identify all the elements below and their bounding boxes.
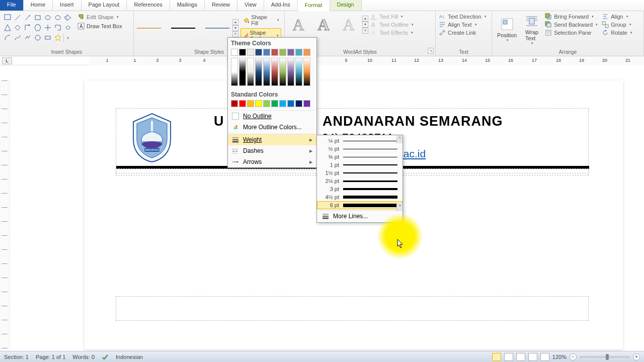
align-text-button[interactable]: Align Text▾ — [439, 21, 489, 28]
wa-scroll-down[interactable]: ▾ — [362, 22, 368, 28]
bring-forward-button[interactable]: Bring Forward▾ — [545, 13, 598, 20]
tab-view[interactable]: View — [237, 0, 264, 11]
text-direction-button[interactable]: A↕ Text Direction▾ — [439, 13, 489, 20]
dashes-item[interactable]: Dashes ▶ — [228, 145, 316, 156]
color-swatch[interactable] — [231, 100, 238, 107]
zoom-slider[interactable] — [580, 356, 630, 358]
wa-expand[interactable]: ≡ — [362, 28, 368, 34]
color-swatch[interactable] — [247, 100, 254, 107]
color-tint-column[interactable] — [231, 58, 238, 86]
weight-item[interactable]: Weight ▶ — [228, 134, 316, 145]
theme-color-row[interactable] — [228, 49, 316, 58]
color-swatch[interactable] — [279, 49, 286, 56]
spellcheck-icon[interactable] — [102, 353, 109, 360]
arrows-item[interactable]: Arrows ▶ — [228, 156, 316, 167]
tab-design[interactable]: Design — [330, 0, 362, 11]
status-page[interactable]: Page: 1 of 1 — [36, 354, 65, 360]
weight-option[interactable]: 3 pt — [317, 185, 403, 193]
horizontal-ruler[interactable]: 11234789101112131415161718192021 — [90, 56, 644, 65]
color-swatch[interactable] — [239, 49, 246, 56]
tab-mailings[interactable]: Mailings — [170, 0, 205, 11]
wordart-launcher[interactable]: ↘ — [428, 48, 434, 54]
tab-page-layout[interactable]: Page Layout — [82, 0, 127, 11]
no-outline-item[interactable]: No Outline — [228, 110, 316, 122]
shape-styles-gallery[interactable] — [137, 28, 229, 29]
color-swatch[interactable] — [287, 49, 294, 56]
selection-pane-button[interactable]: Selection Pane — [545, 29, 598, 36]
tab-selector[interactable]: L — [2, 57, 12, 64]
edit-shape-button[interactable]: Edit Shape ▾ — [75, 13, 124, 21]
tab-addins[interactable]: Add-Ins — [264, 0, 298, 11]
weight-option[interactable]: 2¼ pt — [317, 177, 403, 185]
color-swatch[interactable] — [295, 49, 302, 56]
color-swatch[interactable] — [303, 100, 310, 107]
standard-color-row[interactable] — [228, 100, 316, 109]
wa-scroll-up[interactable]: ▴ — [362, 16, 368, 22]
weight-option[interactable]: 1 pt — [317, 161, 403, 169]
color-swatch[interactable] — [255, 100, 262, 107]
shape-fill-button[interactable]: Shape Fill ▾ — [240, 13, 281, 27]
weight-option[interactable]: 1½ pt — [317, 169, 403, 177]
view-print-layout[interactable] — [492, 353, 501, 361]
zoom-in-button[interactable]: + — [633, 353, 640, 360]
tab-home[interactable]: Home — [24, 0, 53, 11]
shapes-gallery[interactable]: ▾ — [3, 13, 72, 42]
tab-format[interactable]: Format — [298, 1, 330, 11]
gallery-scroll-up[interactable]: ▴ — [232, 19, 238, 25]
rotate-button[interactable]: Rotate▾ — [602, 29, 632, 36]
create-link-button[interactable]: Create Link — [439, 29, 489, 36]
gallery-scroll-down[interactable]: ▾ — [232, 25, 238, 31]
color-swatch[interactable] — [231, 49, 238, 56]
weight-scroll-down[interactable]: ▾ — [396, 203, 403, 211]
color-swatch[interactable] — [279, 100, 286, 107]
draw-text-box-button[interactable]: A Draw Text Box — [75, 22, 124, 30]
theme-variant-rows[interactable] — [228, 58, 316, 86]
tab-review[interactable]: Review — [205, 0, 237, 11]
color-tint-column[interactable] — [255, 58, 262, 86]
color-swatch[interactable] — [263, 49, 270, 56]
gallery-expand[interactable]: ≡ — [232, 31, 238, 37]
send-backward-button[interactable]: Send Backward▾ — [545, 21, 598, 28]
color-swatch[interactable] — [271, 49, 278, 56]
weight-option[interactable]: ¾ pt — [317, 153, 403, 161]
color-tint-column[interactable] — [271, 58, 278, 86]
align-button[interactable]: Align▾ — [602, 13, 632, 20]
textbox-bottom[interactable] — [116, 296, 589, 321]
weight-option[interactable]: 4½ pt — [317, 193, 403, 201]
color-tint-column[interactable] — [287, 58, 294, 86]
status-language[interactable]: Indonesian — [116, 354, 143, 360]
view-draft[interactable] — [540, 353, 549, 361]
more-lines-item[interactable]: More Lines... — [317, 212, 403, 221]
color-tint-column[interactable] — [263, 58, 270, 86]
tab-references[interactable]: References — [127, 0, 170, 11]
position-button[interactable]: Position▾ — [495, 16, 519, 43]
color-tint-column[interactable] — [247, 58, 254, 86]
weight-option[interactable]: ½ pt — [317, 145, 403, 153]
tab-insert[interactable]: Insert — [53, 0, 82, 11]
color-tint-column[interactable] — [279, 58, 286, 86]
zoom-percent[interactable]: 120% — [552, 354, 567, 360]
color-swatch[interactable] — [303, 49, 310, 56]
color-tint-column[interactable] — [239, 58, 246, 86]
group-button[interactable]: Group▾ — [602, 21, 632, 28]
more-colors-item[interactable]: More Outline Colors... — [228, 122, 316, 133]
header-link[interactable]: .ac.id — [400, 148, 426, 160]
wordart-gallery[interactable]: A A A — [288, 14, 359, 35]
color-tint-column[interactable] — [303, 58, 310, 86]
status-section[interactable]: Section: 1 — [4, 354, 29, 360]
view-full-screen[interactable] — [504, 353, 513, 361]
color-swatch[interactable] — [247, 49, 254, 56]
view-outline[interactable] — [528, 353, 537, 361]
zoom-out-button[interactable]: − — [570, 353, 577, 360]
vertical-ruler[interactable] — [0, 80, 10, 351]
color-swatch[interactable] — [295, 100, 302, 107]
view-web-layout[interactable] — [516, 353, 525, 361]
status-words[interactable]: Words: 0 — [72, 354, 95, 360]
color-swatch[interactable] — [239, 100, 246, 107]
weight-option[interactable]: 6 pt — [317, 201, 403, 209]
weight-option[interactable]: ¼ pt — [317, 137, 403, 145]
weight-scroll-up[interactable]: ▴ — [396, 135, 403, 143]
color-swatch[interactable] — [263, 100, 270, 107]
color-swatch[interactable] — [271, 100, 278, 107]
color-tint-column[interactable] — [295, 58, 302, 86]
